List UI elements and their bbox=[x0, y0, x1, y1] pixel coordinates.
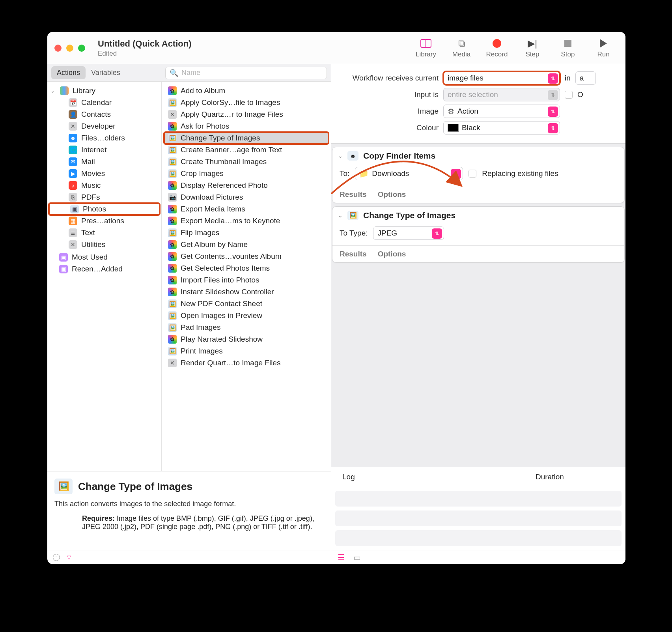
destination-popup[interactable]: 📁 Downloads ⇅ bbox=[355, 167, 463, 180]
action-label: Play Narrated Slideshow bbox=[181, 335, 263, 344]
action-item[interactable]: ✿Ask for Photos bbox=[162, 120, 331, 132]
to-label: To: bbox=[340, 169, 349, 178]
action-item[interactable]: 🖼️Create Banner…age from Text bbox=[162, 144, 331, 156]
action-item[interactable]: ✿Get Contents…vourites Album bbox=[162, 251, 331, 262]
action-icon: 🖼️ bbox=[168, 98, 177, 107]
action-item[interactable]: ✿Get Selected Photos Items bbox=[162, 262, 331, 274]
action-list[interactable]: ✿Add to Album🖼️Apply ColorSy…file to Ima… bbox=[162, 82, 331, 471]
sidebar-item-files-olders[interactable]: ☻Files…olders bbox=[47, 132, 161, 144]
list-view-icon[interactable]: ☰ bbox=[338, 553, 345, 562]
sidebar-item-photos[interactable]: ▣Photos bbox=[49, 203, 160, 215]
library-toolbar-button[interactable]: Library bbox=[411, 38, 441, 58]
action-item[interactable]: ✿Get Album by Name bbox=[162, 239, 331, 251]
to-type-popup[interactable]: JPEG ⇅ bbox=[373, 226, 444, 240]
record-toolbar-button[interactable]: Record bbox=[482, 38, 512, 58]
zoom-window-button[interactable] bbox=[78, 45, 85, 52]
node-options-tab[interactable]: Options bbox=[378, 250, 406, 258]
node-results-tab[interactable]: Results bbox=[340, 250, 367, 258]
action-item[interactable]: ✿Display Referenced Photo bbox=[162, 180, 331, 191]
description-requires: Requires: Image files of type BMP (.bmp)… bbox=[54, 514, 324, 531]
chevron-down-icon: ⌄ bbox=[50, 88, 56, 94]
chevron-updown-icon: ⇅ bbox=[432, 228, 442, 239]
action-item[interactable]: 📷Download Pictures bbox=[162, 191, 331, 203]
category-list[interactable]: ⌄ Library 📅Calendar👤Contacts✕Developer☻F… bbox=[47, 82, 162, 471]
chevron-down-icon[interactable]: ⌄ bbox=[338, 153, 343, 159]
sidebar-item-developer[interactable]: ✕Developer bbox=[47, 120, 161, 132]
action-label: Change Type of Images bbox=[181, 134, 260, 142]
action-item[interactable]: 🖼️Apply ColorSy…file to Images bbox=[162, 97, 331, 108]
sidebar-item-utilities[interactable]: ✕Utilities bbox=[47, 239, 161, 251]
action-item[interactable]: ✿Import Files into Photos bbox=[162, 274, 331, 286]
workflow-node-copy-finder-items[interactable]: ⌄ ☻ Copy Finder Items To: 📁 Downloads ⇅ … bbox=[332, 147, 625, 203]
action-item[interactable]: 🖼️Pad Images bbox=[162, 322, 331, 333]
action-icon: ✿ bbox=[168, 181, 177, 190]
preview-app-icon: 🖼️ bbox=[54, 479, 73, 494]
workflow-node-change-type[interactable]: ⌄ 🖼️ Change Type of Images To Type: JPEG… bbox=[332, 206, 625, 263]
sidebar-item-internet[interactable]: 🌐Internet bbox=[47, 144, 161, 156]
sidebar-item-pdfs[interactable]: ⎘PDFs bbox=[47, 191, 161, 203]
minimize-window-button[interactable] bbox=[66, 45, 73, 52]
sidebar-item-movies[interactable]: ▶︎Movies bbox=[47, 168, 161, 180]
sidebar-item-contacts[interactable]: 👤Contacts bbox=[47, 108, 161, 120]
node-options-tab[interactable]: Options bbox=[378, 190, 406, 199]
sidebar-item-music[interactable]: ♪Music bbox=[47, 180, 161, 191]
media-toolbar-button[interactable]: ⧉ Media bbox=[446, 38, 476, 58]
actions-tab[interactable]: Actions bbox=[51, 66, 86, 79]
stop-toolbar-button[interactable]: Stop bbox=[553, 38, 583, 58]
search-input[interactable] bbox=[181, 69, 323, 77]
node-results-tab[interactable]: Results bbox=[340, 190, 367, 199]
workflow-canvas[interactable]: ⌄ ☻ Copy Finder Items To: 📁 Downloads ⇅ … bbox=[331, 144, 625, 467]
favourite-icon[interactable]: ▽ bbox=[67, 554, 71, 560]
window-toolbar: Untitled (Quick Action) Edited Library ⧉… bbox=[47, 32, 625, 64]
action-item[interactable]: 🖼️Change Type of Images bbox=[164, 132, 329, 144]
action-icon: 🖼️ bbox=[168, 228, 177, 237]
action-item[interactable]: ✿Add to Album bbox=[162, 85, 331, 97]
workflow-status-icon[interactable]: ⋯ bbox=[53, 554, 60, 561]
step-toolbar-button[interactable]: ▶| Step bbox=[517, 38, 547, 58]
sidebar-item-pres-ations[interactable]: ▦Pres…ations bbox=[47, 215, 161, 227]
action-label: Import Files into Photos bbox=[181, 276, 259, 284]
action-item[interactable]: 🖼️Print Images bbox=[162, 345, 331, 357]
media-icon: ⧉ bbox=[455, 38, 467, 49]
action-item[interactable]: ✿Play Narrated Slideshow bbox=[162, 333, 331, 345]
preview-icon: 🖼️ bbox=[347, 211, 358, 220]
chevron-down-icon[interactable]: ⌄ bbox=[338, 212, 343, 219]
action-item[interactable]: 🖼️Open Images in Preview bbox=[162, 310, 331, 322]
image-popup[interactable]: ⚙︎ Action ⇅ bbox=[443, 105, 560, 118]
finder-icon: ☻ bbox=[347, 151, 358, 161]
action-item[interactable]: ✿Export Media…ms to Keynote bbox=[162, 215, 331, 227]
action-icon: ✿ bbox=[168, 122, 177, 131]
action-search-field[interactable]: 🔍 bbox=[165, 67, 327, 79]
variables-tab[interactable]: Variables bbox=[86, 66, 126, 79]
action-item[interactable]: 🖼️Flip Images bbox=[162, 227, 331, 239]
action-item[interactable]: 🖼️New PDF Contact Sheet bbox=[162, 298, 331, 310]
action-item[interactable]: ✿Export Media Items bbox=[162, 203, 331, 215]
run-toolbar-button[interactable]: Run bbox=[588, 38, 618, 58]
chevron-updown-icon: ⇅ bbox=[548, 73, 558, 84]
sidebar-item-text[interactable]: ≣Text bbox=[47, 227, 161, 239]
sidebar-item-most-used[interactable]: ▣Most Used bbox=[47, 251, 161, 263]
flow-view-icon[interactable]: ▭ bbox=[353, 553, 361, 562]
sidebar-item-mail[interactable]: ✉︎Mail bbox=[47, 156, 161, 168]
action-label: Apply ColorSy…file to Images bbox=[181, 98, 280, 107]
sidebar-item-calendar[interactable]: 📅Calendar bbox=[47, 97, 161, 108]
action-item[interactable]: 🖼️Crop Images bbox=[162, 168, 331, 180]
close-window-button[interactable] bbox=[54, 45, 62, 52]
receives-popup[interactable]: image files ⇅ bbox=[443, 71, 560, 85]
action-item[interactable]: ✕Apply Quartz…r to Image Files bbox=[162, 108, 331, 120]
action-item[interactable]: ✕Render Quart…to Image Files bbox=[162, 357, 331, 369]
action-label: Download Pictures bbox=[181, 193, 243, 202]
sidebar-item-recen-added[interactable]: ▣Recen…Added bbox=[47, 263, 161, 275]
log-row bbox=[335, 491, 622, 507]
input-is-popup[interactable]: entire selection ⇅ bbox=[443, 88, 560, 101]
category-icon: ☻ bbox=[69, 134, 77, 142]
action-item[interactable]: 🖼️Create Thumbnail Images bbox=[162, 156, 331, 168]
output-checkbox[interactable] bbox=[565, 91, 573, 99]
in-app-popup[interactable]: a bbox=[575, 71, 596, 85]
action-description: 🖼️ Change Type of Images This action con… bbox=[47, 471, 331, 550]
replacing-checkbox[interactable] bbox=[469, 170, 476, 178]
library-root[interactable]: ⌄ Library bbox=[47, 85, 161, 97]
action-item[interactable]: ✿Instant Slideshow Controller bbox=[162, 286, 331, 298]
action-label: Ask for Photos bbox=[181, 122, 230, 131]
colour-popup[interactable]: Black ⇅ bbox=[443, 121, 560, 135]
